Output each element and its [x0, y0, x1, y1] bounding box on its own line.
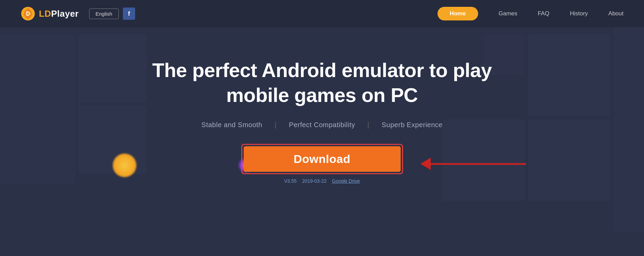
logo[interactable]: LDPlayer	[20, 6, 79, 21]
logo-text: LDPlayer	[39, 9, 79, 19]
download-meta: V3.55 2019-03-22 Google Drive	[284, 178, 360, 184]
nav-games-link[interactable]: Games	[499, 10, 517, 17]
subline-sep-2: |	[368, 121, 370, 129]
arrow-line	[430, 163, 526, 165]
version-label: V3.55	[284, 178, 297, 184]
nav-history-link[interactable]: History	[570, 10, 588, 17]
ldplayer-logo-icon	[20, 6, 35, 21]
nav-about-link[interactable]: About	[609, 10, 624, 17]
facebook-button[interactable]: f	[123, 7, 135, 20]
nav-home-link[interactable]: Home	[438, 7, 478, 20]
svg-point-1	[26, 12, 30, 15]
subline-sep-1: |	[275, 121, 277, 129]
google-drive-link[interactable]: Google Drive	[332, 178, 360, 184]
hero-subline: Stable and Smooth | Perfect Compatibilit…	[195, 121, 449, 129]
subline-text-2: Perfect Compatibility	[289, 121, 355, 129]
navbar: LDPlayer English f Home Games FAQ Histor…	[0, 0, 644, 27]
date-label: 2019-03-22	[302, 178, 327, 184]
subline-text-1: Stable and Smooth	[201, 121, 262, 129]
download-btn-wrapper: Download	[241, 144, 403, 174]
nav-links: Home Games FAQ History About	[438, 7, 624, 20]
download-button[interactable]: Download	[244, 146, 401, 172]
nav-faq-link[interactable]: FAQ	[538, 10, 549, 17]
language-button[interactable]: English	[89, 9, 119, 19]
arrow-head	[420, 158, 431, 170]
hero-headline: The perfect Android emulator to play mob…	[134, 58, 510, 107]
download-area: Download V3.55 2019-03-22 Google Drive	[241, 144, 403, 184]
arrow-indicator	[421, 163, 526, 165]
subline-text-3: Superb Experience	[382, 121, 443, 129]
main-content: The perfect Android emulator to play mob…	[0, 27, 644, 184]
